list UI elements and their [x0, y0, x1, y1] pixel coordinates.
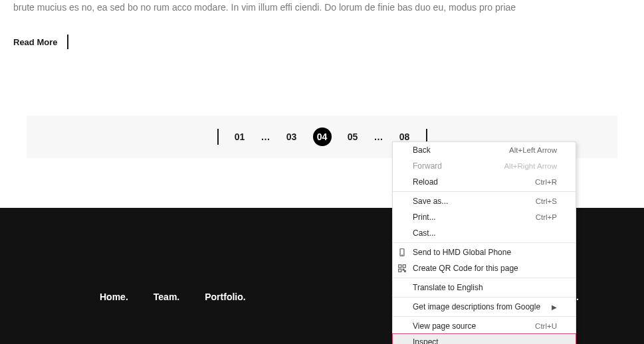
cm-back-shortcut: Alt+Left Arrow [509, 146, 557, 154]
cm-back[interactable]: Back Alt+Left Arrow [393, 142, 576, 158]
qr-icon [397, 264, 407, 273]
svg-rect-2 [399, 265, 401, 268]
page-05[interactable]: 05 [346, 131, 360, 142]
divider-bar [67, 35, 68, 49]
footer-nav-home[interactable]: Home. [100, 292, 128, 302]
cm-separator [393, 242, 576, 243]
cm-view-source-shortcut: Ctrl+U [535, 322, 557, 330]
page-ellipsis: … [261, 131, 270, 142]
cm-send-to-phone-label: Send to HMD Global Phone [413, 248, 511, 257]
cm-cast[interactable]: Cast... [393, 225, 576, 241]
cm-reload[interactable]: Reload Ctrl+R [393, 174, 576, 190]
cm-inspect-label: Inspect [413, 337, 439, 344]
page-ellipsis: … [374, 131, 383, 142]
svg-rect-6 [405, 271, 406, 272]
cm-forward: Forward Alt+Right Arrow [393, 158, 576, 174]
cm-separator [393, 278, 576, 278]
cm-view-source[interactable]: View page source Ctrl+U [393, 318, 576, 334]
page-01[interactable]: 01 [233, 131, 247, 142]
cm-back-label: Back [413, 145, 431, 155]
footer-nav-team[interactable]: Team. [154, 292, 179, 302]
cm-print-shortcut: Ctrl+P [536, 213, 557, 221]
cm-create-qr[interactable]: Create QR Code for this page [393, 260, 576, 276]
page-04[interactable]: 04 [313, 128, 332, 146]
cm-translate-label: Translate to English [413, 283, 483, 292]
page-03[interactable]: 03 [285, 131, 298, 142]
page-08[interactable]: 08 [398, 131, 411, 142]
svg-rect-4 [399, 269, 401, 272]
cm-forward-label: Forward [413, 161, 442, 171]
cm-translate[interactable]: Translate to English [393, 280, 576, 296]
article-excerpt: brute mucius es no, ea sed bo no rum acc… [13, 0, 631, 15]
footer-nav-portfolio[interactable]: Portfolio. [205, 292, 245, 302]
cm-reload-label: Reload [413, 177, 438, 187]
context-menu: Back Alt+Left Arrow Forward Alt+Right Ar… [392, 141, 576, 344]
read-more-link[interactable]: Read More [13, 37, 57, 47]
cm-forward-shortcut: Alt+Right Arrow [504, 162, 557, 170]
svg-rect-3 [403, 265, 405, 268]
cm-separator [393, 191, 576, 192]
cm-inspect[interactable]: Inspect [393, 334, 576, 344]
cm-separator [393, 297, 576, 298]
phone-icon [397, 248, 407, 257]
cm-send-to-phone[interactable]: Send to HMD Global Phone [393, 244, 576, 260]
cm-print-label: Print... [413, 213, 436, 222]
cm-print[interactable]: Print... Ctrl+P [393, 209, 576, 225]
svg-rect-5 [403, 269, 404, 270]
cm-save-as-label: Save as... [413, 197, 448, 206]
cm-create-qr-label: Create QR Code for this page [413, 264, 518, 273]
cm-image-descriptions[interactable]: Get image descriptions from Google ▶ [393, 299, 576, 315]
cm-view-source-label: View page source [413, 321, 476, 331]
pagination-prev-bar[interactable] [217, 129, 219, 145]
cm-image-descriptions-label: Get image descriptions from Google [413, 302, 540, 311]
cm-save-as[interactable]: Save as... Ctrl+S [393, 193, 576, 209]
cm-save-as-shortcut: Ctrl+S [536, 197, 557, 205]
cm-separator [393, 316, 576, 317]
cm-cast-label: Cast... [413, 228, 436, 238]
chevron-right-icon: ▶ [552, 303, 557, 311]
cm-reload-shortcut: Ctrl+R [535, 178, 557, 186]
